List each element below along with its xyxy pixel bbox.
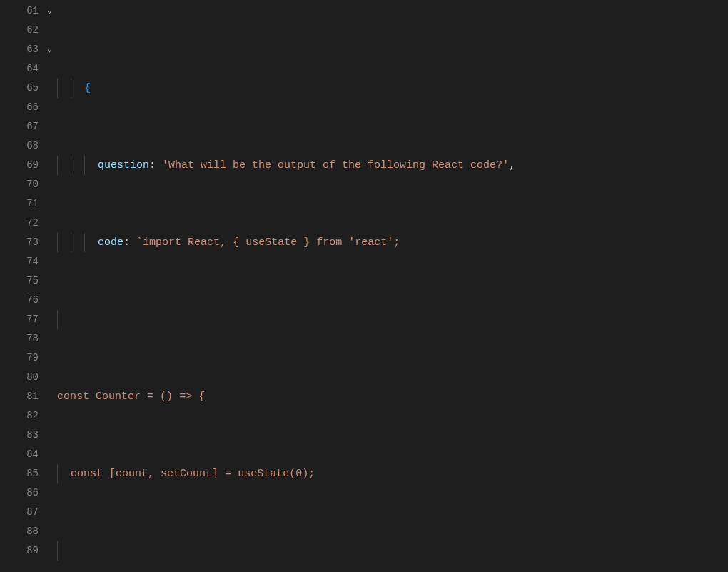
line-number: 79 — [26, 352, 39, 363]
line-number: 81 — [26, 391, 39, 402]
line-number: 76 — [26, 294, 39, 306]
line-number: 87 — [26, 506, 39, 518]
line-number-gutter: 61⌄ 62 63⌄ 64 65 66 67 68 69 70 71 72 73… — [0, 1, 43, 572]
line-number: 68 — [26, 140, 39, 151]
line-number: 78 — [26, 333, 39, 344]
line-number: 64 — [26, 63, 39, 74]
line-number: 89 — [26, 545, 39, 556]
line-number: 70 — [26, 179, 39, 190]
line-number: 67 — [26, 121, 39, 132]
line-number: 62 — [26, 24, 39, 36]
code-editor[interactable]: 61⌄ 62 63⌄ 64 65 66 67 68 69 70 71 72 73… — [0, 0, 728, 572]
code-line[interactable]: const Counter = () => { — [57, 387, 728, 406]
code-area[interactable]: { question: 'What will be the output of … — [43, 1, 728, 572]
code-line[interactable]: { — [57, 79, 728, 98]
line-number: 74 — [26, 256, 39, 267]
line-number: 84 — [26, 448, 39, 460]
line-number: 73 — [26, 236, 39, 248]
line-number: 82 — [26, 410, 39, 421]
line-number: 72 — [26, 217, 39, 229]
line-number: 77 — [26, 313, 39, 325]
line-number: 61 — [26, 5, 39, 16]
line-number: 71 — [26, 198, 39, 209]
code-line[interactable] — [57, 310, 728, 329]
line-number: 69 — [26, 159, 39, 171]
line-number: 83 — [26, 429, 39, 441]
line-number: 66 — [26, 101, 39, 113]
line-number: 63 — [26, 44, 39, 55]
line-number: 75 — [26, 275, 39, 286]
line-number: 80 — [26, 371, 39, 383]
line-number: 88 — [26, 526, 39, 537]
code-line[interactable]: const [count, setCount] = useState(0); — [57, 464, 728, 483]
line-number: 86 — [26, 487, 39, 498]
code-line[interactable] — [57, 541, 728, 561]
line-number: 85 — [26, 468, 39, 479]
code-line[interactable]: question: 'What will be the output of th… — [57, 156, 728, 175]
line-number: 65 — [26, 82, 39, 94]
code-line[interactable]: code: `import React, { useState } from '… — [57, 233, 728, 252]
